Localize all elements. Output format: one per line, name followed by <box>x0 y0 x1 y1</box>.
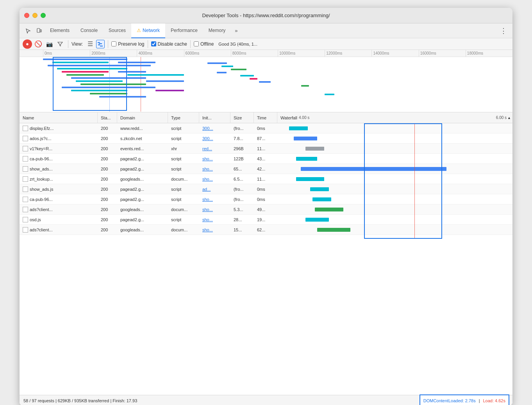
device-toolbar-icon[interactable] <box>34 25 45 36</box>
table-row[interactable]: ca-pub-96... 200 pagead2.g... script sho… <box>20 194 512 204</box>
waterfall-bar-8 <box>277 204 512 214</box>
disable-cache-input[interactable] <box>151 41 156 46</box>
timeline-chart[interactable] <box>20 57 512 112</box>
table-row[interactable]: ads?client... 200 googleads... docum... … <box>20 204 512 215</box>
offline-input[interactable] <box>194 41 199 46</box>
sort-arrow-icon: ▲ <box>507 116 511 120</box>
preserve-log-checkbox[interactable]: Preserve log <box>111 41 144 47</box>
th-name[interactable]: Name <box>20 112 98 123</box>
devtools-window: Developer Tools - https://www.reddit.com… <box>20 8 512 405</box>
warn-icon: ⚠ <box>137 28 141 33</box>
green-dot <box>347 228 350 231</box>
table-row[interactable]: osd.js 200 pagead2.g... script sho... 28… <box>20 215 512 225</box>
toolbar-divider-4 <box>190 40 191 48</box>
nav-bar: Elements Console Sources ⚠ Network Perfo… <box>20 23 512 38</box>
th-status[interactable]: Sta... <box>98 112 117 123</box>
status-summary: 58 / 97 requests | 629KB / 935KB transfe… <box>23 398 137 403</box>
table-row[interactable]: display.Efz... 200 www.redd... script 30… <box>20 123 512 133</box>
devtools-body: Elements Console Sources ⚠ Network Perfo… <box>20 23 512 405</box>
view-label: View: <box>71 41 83 47</box>
waterfall-bar-3 <box>277 154 512 163</box>
toolbar-divider-2 <box>108 40 108 48</box>
status-bar: 58 / 97 requests | 629KB / 935KB transfe… <box>20 395 512 405</box>
waterfall-bar-1 <box>277 133 512 143</box>
th-time[interactable]: Time <box>254 112 277 123</box>
svg-rect-4 <box>98 44 100 45</box>
svg-rect-5 <box>100 46 103 46</box>
waterfall-bar-9 <box>277 215 512 224</box>
minimize-button[interactable] <box>32 13 37 18</box>
svg-rect-3 <box>99 43 102 44</box>
ruler-tick-2: 4000ms <box>137 50 184 57</box>
file-icon <box>23 187 28 192</box>
file-icon <box>23 156 28 162</box>
ruler-tick-5: 10000ms <box>278 50 325 57</box>
toolbar: ● 🚫 📷 View: ☰ Pre <box>20 38 512 50</box>
titlebar: Developer Tools - https://www.reddit.com… <box>20 8 512 23</box>
disable-cache-checkbox[interactable]: Disable cache <box>151 41 187 47</box>
th-domain[interactable]: Domain <box>117 112 168 123</box>
tab-sources[interactable]: Sources <box>103 23 131 38</box>
svg-rect-0 <box>37 28 40 32</box>
list-view-button[interactable]: ☰ <box>86 40 95 48</box>
waterfall-bar-10 <box>277 225 512 234</box>
th-size[interactable]: Size <box>230 112 254 123</box>
ruler-tick-8: 16000ms <box>419 50 466 57</box>
clear-button[interactable]: 🚫 <box>34 39 43 49</box>
filter-button[interactable] <box>55 39 65 49</box>
table-row[interactable]: ados.js?c... 200 s.zkcdn.net script 300.… <box>20 133 512 144</box>
timeline-ruler: 0ms 2000ms 4000ms 6000ms 8000ms 10000ms … <box>20 50 512 57</box>
th-waterfall[interactable]: Waterfall 4.00 s 6.00 s ▲ <box>277 112 512 123</box>
waterfall-bar-6 <box>277 184 512 194</box>
ruler-tick-1: 2000ms <box>90 50 137 57</box>
ruler-tick-0: 0ms <box>43 50 90 57</box>
tab-console[interactable]: Console <box>75 23 103 38</box>
th-initiator[interactable]: Init... <box>199 112 230 123</box>
tab-network[interactable]: ⚠ Network <box>131 23 165 38</box>
file-icon <box>23 197 28 202</box>
toolbar-divider-1 <box>68 40 68 48</box>
file-icon <box>23 227 28 233</box>
waterfall-bar-2 <box>277 144 512 153</box>
table-row[interactable]: ca-pub-96... 200 pagead2.g... script sho… <box>20 154 512 164</box>
th-type[interactable]: Type <box>168 112 199 123</box>
tab-performance[interactable]: Performance <box>165 23 203 38</box>
window-title: Developer Tools - https://www.reddit.com… <box>202 12 330 18</box>
table-row[interactable]: show_ads.js 200 pagead2.g... script ad..… <box>20 184 512 194</box>
table-row[interactable]: v1?key=R... 200 events.red... xhr red...… <box>20 144 512 154</box>
network-table[interactable]: Name Sta... Domain Type Init... Size Tim… <box>20 112 512 395</box>
file-icon <box>23 166 28 172</box>
devtools-menu-button[interactable]: ⋮ <box>498 27 509 35</box>
ruler-tick-7: 14000ms <box>371 50 418 57</box>
tab-elements[interactable]: Elements <box>45 23 75 38</box>
close-button[interactable] <box>24 13 29 18</box>
throttle-select[interactable]: Good 3G (40ms, 1... <box>218 42 257 46</box>
file-icon <box>23 146 28 151</box>
table-row[interactable]: zrt_lookup... 200 googleads... docum... … <box>20 174 512 184</box>
green-dot <box>340 208 343 211</box>
waterfall-time-end: 6.00 s <box>496 115 507 120</box>
offline-checkbox[interactable]: Offline <box>194 41 214 47</box>
record-button[interactable]: ● <box>23 39 32 49</box>
ruler-tick-9: 18000ms <box>466 50 512 57</box>
file-icon <box>23 126 28 131</box>
file-icon <box>23 136 28 141</box>
svg-rect-1 <box>40 30 41 32</box>
more-tabs-button[interactable]: » <box>232 28 240 34</box>
ruler-tick-4: 8000ms <box>231 50 278 57</box>
maximize-button[interactable] <box>41 13 46 18</box>
traffic-lights <box>24 13 46 18</box>
table-header: Name Sta... Domain Type Init... Size Tim… <box>20 112 512 123</box>
cursor-icon[interactable] <box>23 25 34 36</box>
preserve-log-input[interactable] <box>111 41 116 46</box>
capture-screenshot-button[interactable]: 📷 <box>45 39 54 49</box>
load-time-text: Load: 4.62s <box>483 398 506 403</box>
file-icon <box>23 217 28 222</box>
svg-rect-2 <box>98 42 100 43</box>
table-row[interactable]: show_ads... 200 pagead2.g... script sho.… <box>20 164 512 174</box>
waterfall-bar-4 <box>277 164 512 174</box>
waterfall-view-button[interactable] <box>96 40 105 48</box>
table-row[interactable]: ads?client... 200 googleads... docum... … <box>20 225 512 235</box>
tab-memory[interactable]: Memory <box>203 23 231 38</box>
ruler-tick-3: 6000ms <box>184 50 231 57</box>
